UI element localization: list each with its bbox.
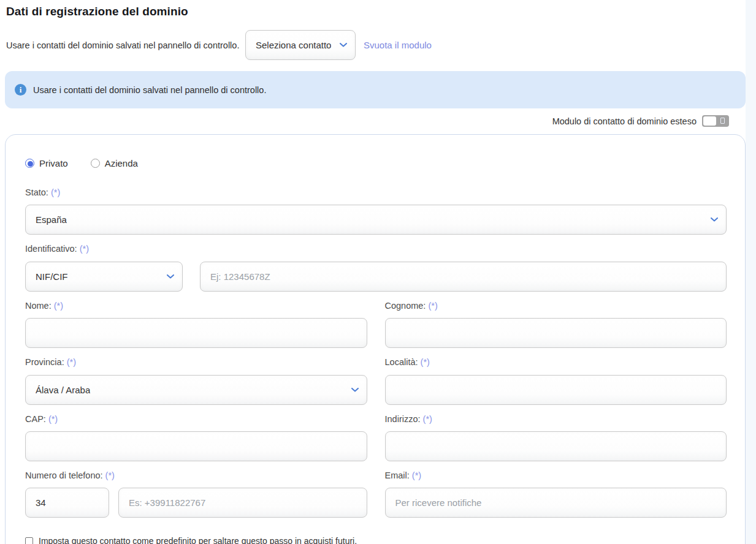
stato-select-value: España bbox=[36, 214, 67, 225]
contact-type-radio-group: Privato Azienda bbox=[25, 158, 727, 168]
identificativo-input[interactable] bbox=[200, 262, 727, 292]
localita-label: Località: (*) bbox=[385, 357, 727, 368]
radio-azienda-label: Azienda bbox=[105, 158, 138, 168]
radio-option-privato[interactable]: Privato bbox=[25, 158, 68, 168]
info-banner-text: Usare i contatti del dominio salvati nel… bbox=[33, 85, 266, 95]
chevron-down-icon bbox=[167, 274, 174, 279]
email-input[interactable] bbox=[385, 488, 727, 518]
chevron-down-icon bbox=[711, 217, 718, 222]
stato-select[interactable]: España bbox=[25, 205, 727, 235]
page-title: Dati di registrazione del dominio bbox=[0, 0, 756, 18]
saved-contacts-row: Usare i contatti del dominio salvati nel… bbox=[6, 30, 756, 60]
identificativo-label: Identificativo: (*) bbox=[25, 244, 727, 254]
contact-select-value: Seleziona contatto bbox=[256, 40, 331, 50]
toggle-square-icon bbox=[720, 118, 725, 124]
provincia-select-value: Álava / Araba bbox=[36, 385, 90, 395]
chevron-down-icon bbox=[340, 43, 347, 47]
telefono-prefix-input[interactable] bbox=[25, 488, 109, 518]
toggle-knob bbox=[703, 116, 716, 126]
cognome-label: Cognome: (*) bbox=[385, 301, 727, 311]
cognome-input[interactable] bbox=[385, 318, 727, 348]
default-contact-checkbox-row: Imposta questo contatto come predefinito… bbox=[25, 536, 727, 544]
cap-input[interactable] bbox=[25, 431, 367, 461]
identificativo-type-value: NIF/CIF bbox=[36, 271, 68, 282]
clear-form-link[interactable]: Svuota il modulo bbox=[364, 40, 432, 50]
telefono-label: Numero di telefono: (*) bbox=[25, 470, 367, 481]
email-label: Email: (*) bbox=[385, 470, 727, 481]
stato-label: Stato: (*) bbox=[25, 187, 727, 198]
saved-contacts-label: Usare i contatti del dominio salvati nel… bbox=[6, 40, 245, 50]
telefono-input[interactable] bbox=[118, 488, 367, 518]
default-contact-checkbox[interactable] bbox=[25, 537, 33, 544]
extended-form-toggle-row: Modulo di contatto di dominio esteso bbox=[0, 115, 729, 127]
radio-privato-selected-icon[interactable] bbox=[25, 159, 34, 168]
identificativo-type-select[interactable]: NIF/CIF bbox=[25, 262, 183, 292]
info-banner: i Usare i contatti del dominio salvati n… bbox=[5, 71, 746, 108]
indirizzo-label: Indirizzo: (*) bbox=[385, 414, 727, 425]
contact-select[interactable]: Seleziona contatto bbox=[245, 30, 356, 60]
localita-input[interactable] bbox=[385, 375, 727, 405]
provincia-label: Provincia: (*) bbox=[25, 357, 367, 368]
radio-privato-label: Privato bbox=[39, 158, 68, 168]
extended-form-toggle[interactable] bbox=[702, 115, 729, 127]
chevron-down-icon bbox=[351, 388, 359, 392]
radio-azienda-unselected-icon[interactable] bbox=[91, 159, 100, 168]
domain-registration-form: Privato Azienda Stato: (*) España Identi… bbox=[5, 134, 746, 544]
radio-option-azienda[interactable]: Azienda bbox=[91, 158, 138, 168]
extended-form-toggle-label: Modulo di contatto di dominio esteso bbox=[552, 116, 697, 126]
indirizzo-input[interactable] bbox=[385, 431, 727, 461]
default-contact-checkbox-label: Imposta questo contatto come predefinito… bbox=[39, 536, 357, 544]
nome-label: Nome: (*) bbox=[25, 301, 367, 311]
info-icon: i bbox=[15, 84, 26, 96]
nome-input[interactable] bbox=[25, 318, 367, 348]
provincia-select[interactable]: Álava / Araba bbox=[25, 375, 367, 405]
cap-label: CAP: (*) bbox=[25, 414, 367, 425]
